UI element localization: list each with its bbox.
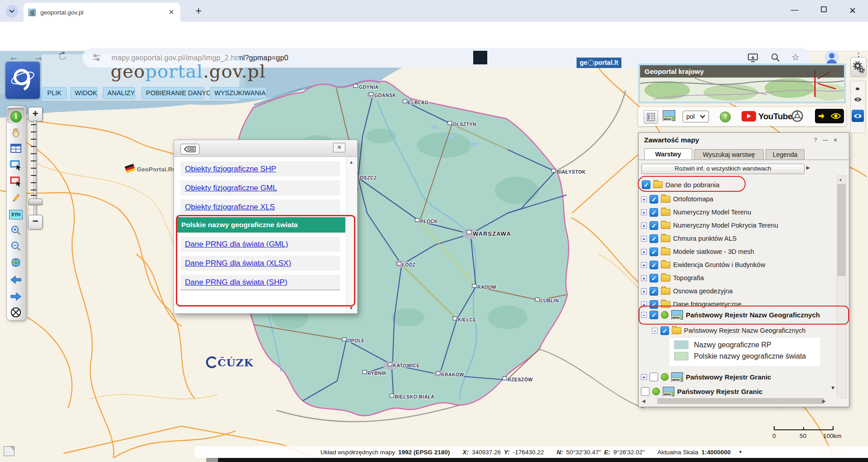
menu-analizy[interactable]: ANALIZY — [103, 87, 135, 99]
dialog-close-button[interactable] — [333, 143, 345, 152]
select-rectangle-tool[interactable] — [9, 158, 23, 172]
expand-icon[interactable] — [641, 196, 647, 202]
attribute-table-tool[interactable] — [9, 141, 23, 155]
dot-icon[interactable] — [856, 88, 859, 90]
layer-label[interactable]: Topografia — [673, 274, 704, 282]
layer-checkbox[interactable] — [650, 248, 658, 256]
scroll-down-icon[interactable]: ▼ — [349, 306, 354, 311]
window-maximize-button[interactable] — [818, 5, 829, 15]
dialog-scrollbar[interactable]: ▲ ▼ — [346, 157, 357, 313]
draw-measure-tool[interactable] — [9, 191, 23, 205]
tab-warstwy[interactable]: Warstwy — [644, 148, 692, 160]
layer-label[interactable]: Ewidencja Gruntów i Budynków — [673, 261, 765, 268]
window-minimize-button[interactable]: — — [789, 5, 800, 15]
layer-checkbox[interactable] — [650, 261, 658, 269]
panel-horizontal-scrollbar[interactable]: ◀ ▶ — [640, 397, 839, 405]
expand-icon[interactable] — [641, 209, 647, 215]
layer-label[interactable]: Numeryczny Model Terenu — [673, 209, 751, 216]
window-close-button[interactable]: ✕ — [847, 5, 858, 16]
link-obiekty-gml[interactable]: Obiekty fizjograficzne GML — [185, 184, 277, 192]
youtube-play-icon[interactable] — [742, 111, 756, 122]
bottom-strip-handle[interactable] — [206, 458, 218, 462]
install-app-icon[interactable] — [748, 53, 759, 63]
zoom-in-button[interactable]: + — [28, 107, 43, 122]
visibility-on-button[interactable] — [852, 110, 864, 122]
layer-label[interactable]: Numeryczny Model Pokrycia Terenu — [673, 222, 778, 229]
layer-checkbox[interactable] — [650, 274, 658, 282]
layer-label[interactable]: Chmura punktów ALS — [673, 235, 737, 242]
clear-selection-tool[interactable] — [9, 306, 23, 319]
layer-checkbox[interactable] — [641, 387, 650, 396]
wms-service-button[interactable]: wms — [663, 110, 675, 121]
link-prng-gml[interactable]: Dane PRNG dla świata (GML) — [185, 240, 288, 248]
layer-label[interactable]: Państwowy Rejestr Nazw Geograficznych — [684, 327, 805, 334]
layer-label[interactable]: Państwowy Rejestr Granic — [677, 388, 762, 395]
expand-all-arrow-icon[interactable]: ▶ — [806, 165, 810, 170]
dialog-header[interactable] — [174, 140, 357, 157]
layer-list-button[interactable] — [644, 110, 658, 124]
deselect-rectangle-tool[interactable] — [9, 175, 23, 188]
layer-checkbox[interactable] — [642, 180, 650, 189]
panel-vertical-scrollbar[interactable]: ▲ — [837, 175, 846, 398]
layer-checkbox[interactable] — [650, 195, 658, 204]
zoom-page-icon[interactable] — [771, 53, 781, 63]
bookmark-star-icon[interactable]: ☆ — [791, 52, 800, 63]
scroll-left-icon[interactable]: ◀ — [642, 399, 645, 404]
menu-pobieranie-danych[interactable]: POBIERANIE DANYCH — [141, 87, 204, 99]
geoportal-wheel-icon[interactable] — [791, 110, 804, 122]
scrollbar-thumb[interactable] — [838, 184, 845, 276]
browser-tab[interactable]: geoportal.gov.pl ✕ — [24, 3, 180, 22]
expand-icon[interactable] — [641, 302, 647, 307]
collapse-icon[interactable] — [641, 312, 647, 318]
layer-label[interactable]: Osnowa geodezyjna — [673, 287, 732, 295]
layer-checkbox[interactable] — [650, 287, 658, 296]
overview-map[interactable]: • Geoportal krajowy — [638, 63, 846, 103]
panel-minimize-icon[interactable]: — — [822, 137, 829, 143]
coordinates-tool[interactable]: XYH — [9, 208, 23, 221]
full-extent-tool[interactable] — [9, 256, 23, 269]
layer-chec kbox[interactable] — [650, 208, 658, 217]
panel-close-icon[interactable]: ✕ — [832, 137, 839, 143]
layer-label[interactable]: Modele siatkowe - 3D mesh — [673, 248, 754, 255]
eye-icon[interactable] — [853, 97, 862, 102]
scrollbar-thumb[interactable] — [657, 398, 824, 404]
scroll-up-icon[interactable]: ▲ — [349, 160, 354, 165]
zoom-out-tool[interactable] — [9, 239, 23, 253]
youtube-label[interactable]: YouTube — [758, 111, 792, 122]
collapse-icon[interactable] — [652, 328, 658, 334]
scroll-up-icon[interactable]: ▲ — [839, 177, 843, 182]
layer-checkbox[interactable] — [650, 311, 658, 319]
pan-tool[interactable] — [9, 126, 23, 140]
expand-icon[interactable] — [641, 249, 647, 255]
profile-avatar[interactable] — [824, 50, 839, 65]
menu-widok[interactable]: WIDOK — [70, 87, 97, 99]
layer-checkbox[interactable] — [650, 221, 658, 230]
expand-icon[interactable] — [641, 374, 647, 380]
layer-checkbox[interactable] — [650, 234, 658, 243]
tab-legenda[interactable]: Legenda — [766, 149, 805, 160]
layer-label[interactable]: Państwowy Rejestr Nazw Geograficznych — [686, 311, 820, 319]
zoom-out-button[interactable]: − — [28, 215, 43, 229]
scale-dropdown-icon[interactable]: ▼ — [738, 450, 742, 454]
identify-tool[interactable] — [9, 110, 23, 123]
contrast-mode-button[interactable] — [815, 109, 844, 123]
tab-wyszukaj-warstwe[interactable]: Wyszukaj warstwę — [694, 149, 764, 160]
tab-search-button[interactable] — [5, 5, 18, 18]
geoportal-logo[interactable] — [5, 62, 40, 99]
layer-label[interactable]: Dane do pobrania — [665, 181, 719, 189]
next-view-tool[interactable] — [9, 290, 23, 303]
map-corner-icon[interactable] — [4, 446, 15, 456]
link-obiekty-shp[interactable]: Obiekty fizjograficzne SHP — [185, 165, 276, 173]
previous-view-tool[interactable] — [9, 273, 23, 287]
layer-label[interactable]: Ortofotomapa — [673, 195, 713, 203]
new-tab-button[interactable]: + — [192, 5, 205, 17]
layer-checkbox[interactable] — [650, 300, 658, 309]
scroll-right-icon[interactable]: ▶ — [822, 399, 826, 404]
expand-icon[interactable] — [641, 288, 647, 294]
tab-close-icon[interactable]: ✕ — [167, 8, 176, 16]
expand-all-layers-button[interactable]: Rozwiń inf. o wszystkich warstwach — [641, 164, 805, 174]
link-obiekty-xls[interactable]: Obiekty fizjograficzne XLS — [185, 203, 275, 211]
help-button[interactable] — [720, 112, 731, 122]
layer-checkbox[interactable] — [650, 373, 658, 381]
expand-icon[interactable] — [641, 236, 647, 242]
